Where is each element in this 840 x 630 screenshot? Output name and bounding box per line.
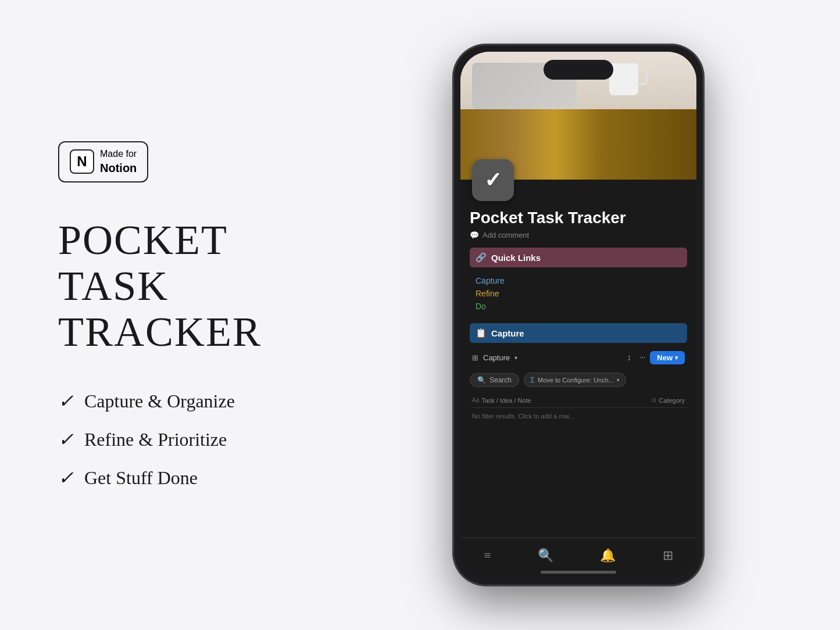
task-column-label: Task / Idea / Note — [481, 397, 531, 404]
add-comment-label: Add comment — [482, 231, 529, 239]
capture-toolbar: ⊞ Capture ▾ ↕ ··· New ▾ — [470, 348, 687, 368]
phone-screen: ✓ Pocket Task Tracker 💬 Add comment 🔗 Qu… — [460, 52, 696, 578]
quick-link-do[interactable]: Do — [476, 300, 681, 313]
feature-item-3: ✓ Get Stuff Done — [58, 467, 279, 489]
right-panel: ✓ Pocket Task Tracker 💬 Add comment 🔗 Qu… — [317, 0, 840, 630]
notion-badge: N Made for Notion — [58, 141, 148, 182]
checkmark-icon-1: ✓ — [58, 390, 74, 412]
search-icon: 🔍 — [477, 376, 486, 384]
chevron-down-icon: ▾ — [514, 355, 517, 361]
filter-caret-icon: ▾ — [617, 377, 620, 383]
search-label: Search — [489, 376, 512, 384]
aa-icon: Aa — [472, 397, 479, 403]
screen-content: Pocket Task Tracker 💬 Add comment 🔗 Quic… — [460, 180, 696, 538]
quick-links-list: Capture Refine Do — [470, 272, 687, 315]
column-header-task: Aa Task / Idea / Note — [472, 397, 531, 404]
quick-links-title: Quick Links — [491, 253, 541, 263]
new-button[interactable]: New ▾ — [650, 351, 685, 364]
new-button-label: New — [657, 353, 673, 362]
feature-label-3: Get Stuff Done — [84, 467, 198, 489]
filter-label: Move to Configure: Unch... — [538, 377, 614, 384]
filter-bar: 🔍 Search Σ Move to Configure: Unch... ▾ — [470, 373, 687, 387]
page-title: Pocket Task Tracker — [470, 209, 687, 227]
nav-list-icon[interactable]: ≡ — [484, 548, 491, 563]
no-results-text[interactable]: No filter results. Click to add a row... — [470, 410, 687, 422]
quick-link-capture[interactable]: Capture — [476, 274, 681, 287]
sort-icon[interactable]: ↕ — [627, 353, 631, 363]
database-name[interactable]: Capture — [483, 353, 510, 362]
coffee-mug-decoration — [609, 63, 638, 95]
phone-mockup: ✓ Pocket Task Tracker 💬 Add comment 🔗 Qu… — [453, 45, 703, 585]
app-icon: ✓ — [472, 159, 514, 201]
feature-label-2: Refine & Prioritize — [84, 429, 227, 450]
category-column-label: Category — [659, 397, 685, 404]
capture-section-icon: 📋 — [476, 328, 487, 338]
made-for-label: Made for — [100, 148, 137, 160]
notion-label: Notion — [100, 160, 137, 176]
category-icon: ⊙ — [651, 396, 656, 404]
filter-pill[interactable]: Σ Move to Configure: Unch... ▾ — [524, 373, 626, 387]
comment-icon: 💬 — [470, 231, 479, 239]
checkmark-icon-3: ✓ — [58, 467, 74, 489]
quick-link-refine[interactable]: Refine — [476, 287, 681, 300]
column-header-category: ⊙ Category — [651, 396, 685, 404]
quick-links-header[interactable]: 🔗 Quick Links — [470, 248, 687, 267]
new-button-caret-icon: ▾ — [675, 355, 678, 361]
add-comment-row[interactable]: 💬 Add comment — [470, 231, 687, 239]
database-icon: ⊞ — [472, 353, 478, 363]
feature-item-1: ✓ Capture & Organize — [58, 390, 279, 412]
product-title: POCKET TASK TRACKER — [58, 217, 279, 356]
notion-badge-text: Made for Notion — [100, 148, 137, 176]
nav-search-icon[interactable]: 🔍 — [538, 548, 553, 563]
nav-bell-icon[interactable]: 🔔 — [600, 548, 616, 563]
table-headers: Aa Task / Idea / Note ⊙ Category — [470, 393, 687, 408]
title-line-1: POCKET — [58, 217, 228, 263]
left-panel: N Made for Notion POCKET TASK TRACKER ✓ … — [0, 0, 314, 630]
notion-logo-icon: N — [70, 149, 94, 174]
capture-section-title: Capture — [491, 328, 524, 338]
dynamic-island — [544, 60, 613, 80]
capture-section-header[interactable]: 📋 Capture — [470, 323, 687, 343]
title-line-2: TASK TRACKER — [58, 263, 262, 355]
features-list: ✓ Capture & Organize ✓ Refine & Prioriti… — [58, 390, 279, 489]
app-checkmark-icon: ✓ — [484, 168, 502, 192]
search-pill[interactable]: 🔍 Search — [470, 373, 519, 387]
quick-links-icon: 🔗 — [476, 252, 487, 263]
home-indicator — [541, 571, 616, 574]
sigma-icon: Σ — [530, 375, 535, 384]
feature-label-1: Capture & Organize — [84, 391, 235, 412]
checkmark-icon-2: ✓ — [58, 428, 74, 450]
more-options-icon[interactable]: ··· — [639, 353, 646, 363]
nav-add-icon[interactable]: ⊞ — [663, 548, 673, 563]
feature-item-2: ✓ Refine & Prioritize — [58, 428, 279, 450]
